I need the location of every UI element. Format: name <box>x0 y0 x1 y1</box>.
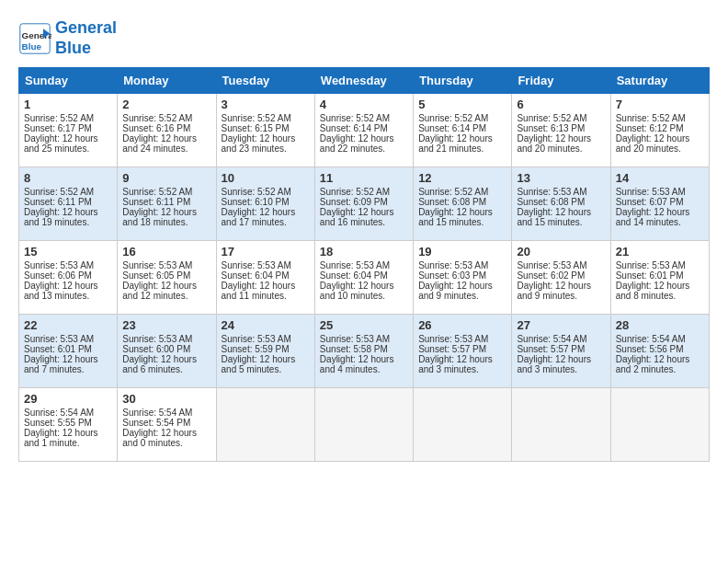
calendar-day-empty <box>512 388 610 462</box>
header: General Blue GeneralBlue <box>18 18 710 58</box>
weekday-header-wednesday: Wednesday <box>314 68 413 94</box>
day-number: 10 <box>222 171 310 185</box>
calendar-day-8: 8Sunrise: 5:52 AMSunset: 6:11 PMDaylight… <box>19 167 118 241</box>
calendar-day-7: 7Sunrise: 5:52 AMSunset: 6:12 PMDaylight… <box>610 94 709 167</box>
day-number: 27 <box>517 318 605 332</box>
weekday-header-row: SundayMondayTuesdayWednesdayThursdayFrid… <box>19 68 710 94</box>
weekday-header-friday: Friday <box>512 68 610 94</box>
calendar-day-12: 12Sunrise: 5:52 AMSunset: 6:08 PMDayligh… <box>414 167 512 241</box>
day-number: 19 <box>418 245 506 259</box>
day-number: 29 <box>24 392 112 406</box>
day-number: 28 <box>616 318 704 332</box>
day-number: 5 <box>418 98 506 111</box>
calendar-day-11: 11Sunrise: 5:52 AMSunset: 6:09 PMDayligh… <box>314 167 413 241</box>
calendar-day-10: 10Sunrise: 5:52 AMSunset: 6:10 PMDayligh… <box>216 167 314 241</box>
logo-icon: General Blue <box>18 22 51 55</box>
day-number: 26 <box>418 318 506 332</box>
day-number: 16 <box>122 245 210 259</box>
calendar-day-1: 1Sunrise: 5:52 AMSunset: 6:17 PMDaylight… <box>19 94 118 167</box>
calendar-day-23: 23Sunrise: 5:53 AMSunset: 6:00 PMDayligh… <box>118 315 216 388</box>
day-number: 15 <box>24 245 112 259</box>
calendar-day-17: 17Sunrise: 5:53 AMSunset: 6:04 PMDayligh… <box>216 241 314 315</box>
day-number: 12 <box>418 171 506 185</box>
calendar-week-3: 15Sunrise: 5:53 AMSunset: 6:06 PMDayligh… <box>19 241 710 315</box>
day-number: 8 <box>24 171 112 185</box>
day-number: 7 <box>616 98 704 111</box>
day-number: 20 <box>517 245 605 259</box>
day-number: 25 <box>320 318 408 332</box>
calendar-day-empty <box>414 388 512 462</box>
day-number: 1 <box>24 98 112 111</box>
day-number: 23 <box>122 318 210 332</box>
calendar-week-4: 22Sunrise: 5:53 AMSunset: 6:01 PMDayligh… <box>19 315 710 388</box>
calendar-day-25: 25Sunrise: 5:53 AMSunset: 5:58 PMDayligh… <box>314 315 413 388</box>
day-number: 17 <box>222 245 310 259</box>
calendar-day-30: 30Sunrise: 5:54 AMSunset: 5:54 PMDayligh… <box>118 388 216 462</box>
day-number: 4 <box>320 98 408 111</box>
day-number: 3 <box>222 98 310 111</box>
day-number: 11 <box>320 171 408 185</box>
day-number: 13 <box>517 171 605 185</box>
calendar-day-empty <box>314 388 413 462</box>
weekday-header-tuesday: Tuesday <box>216 68 314 94</box>
calendar-day-4: 4Sunrise: 5:52 AMSunset: 6:14 PMDaylight… <box>314 94 413 167</box>
calendar-day-15: 15Sunrise: 5:53 AMSunset: 6:06 PMDayligh… <box>19 241 118 315</box>
day-number: 9 <box>122 171 210 185</box>
day-number: 14 <box>616 171 704 185</box>
calendar-day-2: 2Sunrise: 5:52 AMSunset: 6:16 PMDaylight… <box>118 94 216 167</box>
calendar-table: SundayMondayTuesdayWednesdayThursdayFrid… <box>18 67 710 462</box>
weekday-header-thursday: Thursday <box>414 68 512 94</box>
day-number: 24 <box>222 318 310 332</box>
weekday-header-monday: Monday <box>118 68 216 94</box>
day-number: 18 <box>320 245 408 259</box>
calendar-day-29: 29Sunrise: 5:54 AMSunset: 5:55 PMDayligh… <box>19 388 118 462</box>
day-number: 30 <box>122 392 210 406</box>
calendar-day-24: 24Sunrise: 5:53 AMSunset: 5:59 PMDayligh… <box>216 315 314 388</box>
calendar-day-22: 22Sunrise: 5:53 AMSunset: 6:01 PMDayligh… <box>19 315 118 388</box>
day-number: 22 <box>24 318 112 332</box>
calendar-day-20: 20Sunrise: 5:53 AMSunset: 6:02 PMDayligh… <box>512 241 610 315</box>
svg-text:Blue: Blue <box>22 40 42 51</box>
calendar-day-5: 5Sunrise: 5:52 AMSunset: 6:14 PMDaylight… <box>414 94 512 167</box>
calendar-week-5: 29Sunrise: 5:54 AMSunset: 5:55 PMDayligh… <box>19 388 710 462</box>
calendar-day-empty <box>610 388 709 462</box>
calendar-day-13: 13Sunrise: 5:53 AMSunset: 6:08 PMDayligh… <box>512 167 610 241</box>
calendar-day-6: 6Sunrise: 5:52 AMSunset: 6:13 PMDaylight… <box>512 94 610 167</box>
calendar-day-28: 28Sunrise: 5:54 AMSunset: 5:56 PMDayligh… <box>610 315 709 388</box>
calendar-day-26: 26Sunrise: 5:53 AMSunset: 5:57 PMDayligh… <box>414 315 512 388</box>
logo-name: GeneralBlue <box>55 18 117 58</box>
calendar-week-1: 1Sunrise: 5:52 AMSunset: 6:17 PMDaylight… <box>19 94 710 167</box>
calendar-day-21: 21Sunrise: 5:53 AMSunset: 6:01 PMDayligh… <box>610 241 709 315</box>
calendar-day-9: 9Sunrise: 5:52 AMSunset: 6:11 PMDaylight… <box>118 167 216 241</box>
calendar-day-19: 19Sunrise: 5:53 AMSunset: 6:03 PMDayligh… <box>414 241 512 315</box>
day-number: 21 <box>616 245 704 259</box>
day-number: 6 <box>517 98 605 111</box>
weekday-header-sunday: Sunday <box>19 68 118 94</box>
calendar-week-2: 8Sunrise: 5:52 AMSunset: 6:11 PMDaylight… <box>19 167 710 241</box>
calendar-day-18: 18Sunrise: 5:53 AMSunset: 6:04 PMDayligh… <box>314 241 413 315</box>
calendar-day-16: 16Sunrise: 5:53 AMSunset: 6:05 PMDayligh… <box>118 241 216 315</box>
logo: General Blue GeneralBlue <box>18 18 117 58</box>
weekday-header-saturday: Saturday <box>610 68 709 94</box>
calendar-day-14: 14Sunrise: 5:53 AMSunset: 6:07 PMDayligh… <box>610 167 709 241</box>
calendar-day-27: 27Sunrise: 5:54 AMSunset: 5:57 PMDayligh… <box>512 315 610 388</box>
calendar-day-empty <box>216 388 314 462</box>
day-number: 2 <box>122 98 210 111</box>
calendar-day-3: 3Sunrise: 5:52 AMSunset: 6:15 PMDaylight… <box>216 94 314 167</box>
